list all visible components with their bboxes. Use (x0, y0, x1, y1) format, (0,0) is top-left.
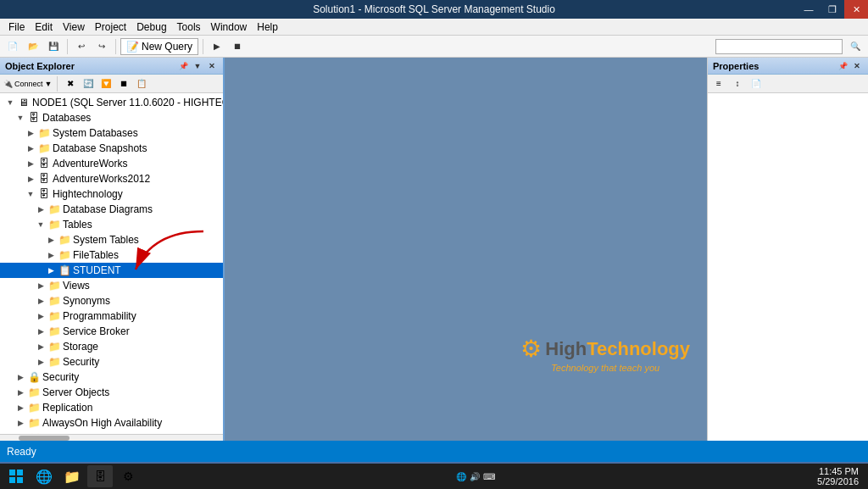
connect-dropdown-icon[interactable]: ▼ (45, 80, 53, 88)
toolbar-execute[interactable]: ▶ (208, 38, 226, 55)
tree-security-node[interactable]: ▶ 🔒 Security (0, 370, 223, 385)
menu-debug[interactable]: Debug (131, 19, 171, 35)
taskbar-ssms-button[interactable]: 🗄 (87, 465, 113, 487)
tree-adventureworks-node[interactable]: ▶ 🗄 AdventureWorks (0, 156, 223, 171)
taskbar-ie-button[interactable]: 🌐 (31, 465, 57, 487)
toolbar-open[interactable]: 📂 (24, 38, 42, 55)
oe-disconnect-btn[interactable]: ✖ (63, 76, 78, 92)
toolbar-redo[interactable]: ↪ (92, 38, 111, 55)
menu-window[interactable]: Window (206, 19, 253, 35)
search-input[interactable] (715, 39, 843, 54)
aw-expand-icon[interactable]: ▶ (24, 157, 37, 170)
maximize-button[interactable]: ❐ (821, 0, 844, 19)
ht-expand-icon[interactable]: ▼ (24, 187, 37, 201)
tables-icon: 📁 (47, 219, 61, 231)
aw2012-expand-icon[interactable]: ▶ (24, 172, 37, 186)
tree-alwayson-node[interactable]: ▶ 📁 AlwaysOn High Availability (0, 415, 223, 431)
system-db-expand-icon[interactable]: ▶ (24, 126, 37, 140)
svg-rect-4 (17, 477, 23, 483)
tree-student-node[interactable]: ▶ 📋 STUDENT (0, 263, 223, 278)
panel-close-button[interactable]: ✕ (206, 60, 218, 72)
storage-expand-icon[interactable]: ▶ (34, 340, 47, 353)
server-icon: 🖥 (17, 97, 31, 108)
menu-view[interactable]: View (58, 19, 90, 35)
student-expand-icon[interactable]: ▶ (44, 264, 58, 277)
menu-tools[interactable]: Tools (172, 19, 206, 35)
window-controls[interactable]: — ❐ ✕ (797, 0, 868, 19)
db-diagrams-expand-icon[interactable]: ▶ (34, 203, 47, 216)
menu-project[interactable]: Project (90, 19, 131, 35)
panel-header-controls: 📌 ▼ ✕ (177, 60, 218, 72)
tree-programmability-node[interactable]: ▶ 📁 Programmability (0, 308, 223, 324)
tree-adventureworks2012-node[interactable]: ▶ 🗄 AdventureWorks2012 (0, 171, 223, 186)
tree-replication-node[interactable]: ▶ 📁 Replication (0, 400, 223, 415)
connect-button[interactable]: 🔌 Connect ▼ (3, 80, 52, 88)
db-snapshots-expand-icon[interactable]: ▶ (24, 142, 37, 155)
ht-security-icon: 📁 (47, 356, 61, 368)
toolbar-save[interactable]: 💾 (44, 38, 63, 55)
server-objects-expand-icon[interactable]: ▶ (14, 386, 27, 399)
tree-service-broker-node[interactable]: ▶ 📁 Service Broker (0, 324, 223, 339)
properties-pin-button[interactable]: 📌 (837, 60, 849, 72)
prop-categories-btn[interactable]: ≡ (711, 76, 726, 92)
system-tables-expand-icon[interactable]: ▶ (44, 233, 58, 247)
oe-stop-btn[interactable]: ⏹ (116, 76, 131, 92)
status-text: Ready (7, 446, 36, 458)
taskbar-extra-button[interactable]: ⚙ (115, 465, 141, 487)
taskbar-time-display: 11:45 PM (817, 466, 859, 476)
oe-refresh-btn[interactable]: 🔄 (81, 76, 96, 92)
oe-properties-btn[interactable]: 📋 (134, 76, 149, 92)
security-expand-icon[interactable]: ▶ (14, 370, 27, 384)
tree-ht-security-node[interactable]: ▶ 📁 Security (0, 354, 223, 370)
pin-button[interactable]: 📌 (177, 60, 189, 72)
oe-filter-btn[interactable]: 🔽 (98, 76, 114, 92)
tree-root-node[interactable]: ▼ 🖥 NODE1 (SQL Server 11.0.6020 - HIGHTE… (0, 95, 223, 110)
menu-edit[interactable]: Edit (30, 19, 58, 35)
prop-pages-btn[interactable]: 📄 (748, 76, 764, 92)
tree-databases-node[interactable]: ▼ 🗄 Databases (0, 110, 223, 125)
minimize-button[interactable]: — (797, 0, 821, 19)
prop-sort-btn[interactable]: ↕ (730, 76, 745, 92)
tree-server-objects-node[interactable]: ▶ 📁 Server Objects (0, 385, 223, 400)
tree-system-tables-node[interactable]: ▶ 📁 System Tables (0, 232, 223, 247)
replication-expand-icon[interactable]: ▶ (14, 401, 27, 414)
tree-hightechnology-node[interactable]: ▼ 🗄 Hightechnology (0, 186, 223, 202)
sb-expand-icon[interactable]: ▶ (34, 325, 47, 338)
toolbar-stop[interactable]: ⏹ (228, 38, 247, 55)
tree-system-databases-node[interactable]: ▶ 📁 System Databases (0, 125, 223, 141)
tree-views-node[interactable]: ▶ 📁 Views (0, 278, 223, 293)
tree-storage-node[interactable]: ▶ 📁 Storage (0, 339, 223, 354)
search-box: 🔍 (715, 38, 865, 55)
views-expand-icon[interactable]: ▶ (34, 279, 47, 292)
tree-tables-node[interactable]: ▼ 📁 Tables (0, 217, 223, 232)
search-button[interactable]: 🔍 (846, 38, 865, 55)
prog-expand-icon[interactable]: ▶ (34, 309, 47, 323)
databases-expand-icon[interactable]: ▼ (14, 111, 27, 125)
tree-db-diagrams-node[interactable]: ▶ 📁 Database Diagrams (0, 202, 223, 217)
system-databases-label: System Databases (53, 127, 138, 139)
root-expand-icon[interactable]: ▼ (3, 96, 17, 109)
taskbar-file-explorer-button[interactable]: 📁 (59, 465, 85, 487)
tree-filetables-node[interactable]: ▶ 📁 FileTables (0, 247, 223, 263)
ht-security-expand-icon[interactable]: ▶ (34, 355, 47, 369)
student-label: STUDENT (73, 264, 121, 276)
synonyms-expand-icon[interactable]: ▶ (34, 294, 47, 308)
tree-db-snapshots-node[interactable]: ▶ 📁 Database Snapshots (0, 141, 223, 156)
menu-file[interactable]: File (3, 19, 30, 35)
adventureworks-label: AdventureWorks (53, 158, 127, 169)
new-query-button[interactable]: 📝 New Query (120, 38, 198, 55)
panel-menu-button[interactable]: ▼ (192, 60, 203, 72)
close-button[interactable]: ✕ (844, 0, 868, 19)
menu-help[interactable]: Help (252, 19, 283, 35)
tree-synonyms-node[interactable]: ▶ 📁 Synonyms (0, 293, 223, 308)
alwayson-expand-icon[interactable]: ▶ (14, 416, 27, 430)
replication-icon: 📁 (27, 402, 41, 414)
security-icon: 🔒 (27, 371, 41, 383)
filetables-expand-icon[interactable]: ▶ (44, 248, 58, 262)
toolbar-undo[interactable]: ↩ (72, 38, 91, 55)
taskbar-start-button[interactable] (3, 465, 29, 487)
object-explorer-tree[interactable]: ▼ 🖥 NODE1 (SQL Server 11.0.6020 - HIGHTE… (0, 93, 223, 434)
toolbar-new-file[interactable]: 📄 (3, 38, 22, 55)
tables-expand-icon[interactable]: ▼ (34, 218, 47, 231)
properties-close-button[interactable]: ✕ (851, 60, 863, 72)
